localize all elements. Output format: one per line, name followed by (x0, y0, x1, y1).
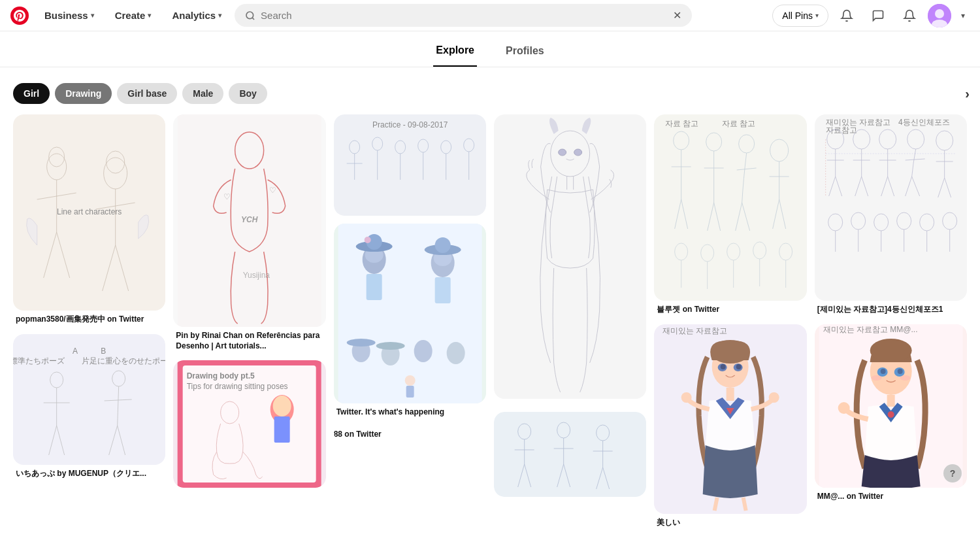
svg-line-9 (57, 232, 70, 278)
svg-line-160 (911, 177, 919, 196)
chip-male[interactable]: Male (182, 83, 223, 104)
create-chevron-icon: ▾ (148, 12, 151, 19)
svg-line-150 (855, 177, 861, 196)
pin-image-5: Practice - 09-08-2017 (334, 114, 486, 216)
svg-point-182 (870, 339, 911, 362)
pinterest-logo[interactable] (10, 7, 29, 25)
svg-point-185 (880, 369, 885, 374)
svg-rect-189 (887, 395, 894, 407)
chip-drawing[interactable]: Drawing (55, 83, 112, 104)
updates-button[interactable] (896, 3, 923, 29)
svg-point-120 (701, 245, 714, 262)
pin-image-6 (334, 224, 486, 403)
svg-line-92 (564, 464, 570, 487)
pin-card-12[interactable]: 재미있는 자료참고 MM@... ? MM@... on Twitter (815, 324, 967, 503)
tab-profiles[interactable]: Profiles (503, 39, 547, 67)
svg-point-88 (557, 422, 570, 438)
svg-line-29 (118, 426, 125, 455)
svg-line-14 (103, 245, 116, 291)
chip-girl[interactable]: Girl (13, 83, 50, 104)
pin-image-10: 재미있는 자료참고 (654, 324, 806, 514)
svg-point-133 (736, 364, 742, 369)
pin-card-10[interactable]: 재미있는 자료참고 美しい (654, 324, 806, 530)
svg-point-126 (779, 243, 792, 260)
analytics-label: Analytics (172, 10, 216, 21)
notifications-button[interactable] (834, 3, 860, 29)
svg-point-68 (434, 237, 450, 253)
chip-boy[interactable]: Boy (229, 83, 267, 104)
svg-line-97 (603, 467, 610, 489)
pin-card-7[interactable] (494, 114, 646, 404)
chip-girl-base[interactable]: Girl base (117, 83, 177, 104)
avatar[interactable] (928, 4, 951, 27)
svg-point-118 (675, 243, 688, 260)
svg-line-155 (881, 177, 887, 196)
bell-outline-icon (903, 9, 916, 22)
pin-card-9[interactable]: 자료 참고 자료 참고 (654, 114, 806, 316)
filter-bar: Girl Drawing Girl base Male Boy › (0, 78, 980, 109)
svg-point-157 (907, 129, 924, 149)
business-menu-button[interactable]: Business ▾ (37, 5, 102, 26)
search-clear-button[interactable]: ✕ (673, 9, 681, 22)
svg-line-26 (118, 386, 119, 426)
svg-point-64 (364, 237, 370, 243)
svg-text:Line art characters: Line art characters (57, 207, 122, 216)
svg-line-151 (861, 177, 868, 196)
all-pins-button[interactable]: All Pins ▾ (772, 5, 828, 27)
svg-point-152 (879, 129, 896, 149)
pin-card-6[interactable]: Twitter. It's what's happening (334, 224, 486, 419)
svg-text:Practice - 09-08-2017: Practice - 09-08-2017 (372, 120, 448, 129)
svg-text:Tips for drawing sitting poses: Tips for drawing sitting poses (187, 382, 288, 391)
pin-image-12: 재미있는 자료참고 MM@... (815, 324, 967, 488)
pin-title-6: Twitter. It's what's happening (336, 407, 483, 418)
svg-line-28 (109, 426, 118, 455)
svg-line-24 (57, 426, 65, 455)
svg-point-25 (112, 371, 125, 386)
svg-point-109 (739, 135, 755, 153)
messages-button[interactable] (865, 3, 891, 29)
svg-point-99 (674, 131, 689, 150)
svg-point-122 (727, 243, 740, 260)
tab-explore[interactable]: Explore (433, 39, 477, 67)
create-menu-button[interactable]: Create ▾ (107, 5, 159, 26)
svg-point-74 (414, 340, 432, 362)
svg-point-82 (574, 149, 582, 156)
svg-point-168 (851, 212, 865, 229)
svg-text:♡: ♡ (223, 192, 231, 201)
pin-card-3[interactable]: YCH ♡ ♡ Yusijina Pin by Rinai Chan on Re… (173, 114, 325, 352)
pin-card-1[interactable]: Line art characters (13, 114, 165, 326)
svg-text:Yusijina: Yusijina (243, 271, 270, 280)
svg-text:標準たちポーズ: 標準たちポーズ (13, 356, 65, 365)
svg-line-103 (681, 199, 688, 229)
account-chevron-icon[interactable]: ▾ (956, 3, 970, 29)
pin-title-3: Pin by Rinai Chan on Referências para De… (176, 331, 323, 351)
pin-card-4[interactable]: Drawing body pt.5 Tips for drawing sitti… (173, 360, 325, 488)
search-input[interactable] (261, 10, 668, 21)
svg-text:YCH: YCH (241, 215, 258, 224)
svg-text:Drawing body pt.5: Drawing body pt.5 (187, 371, 255, 381)
pin-card-11[interactable]: 재미있는 자료참고 4등신인체포즈 자료참고 (815, 114, 967, 316)
svg-line-112 (742, 203, 750, 231)
svg-line-164 (938, 178, 944, 197)
svg-line-91 (557, 464, 564, 487)
svg-point-135 (681, 392, 692, 403)
svg-line-156 (887, 177, 894, 196)
pin-card-5[interactable]: Practice - 09-08-2017 (334, 114, 486, 216)
svg-line-158 (905, 159, 924, 160)
svg-point-78 (551, 131, 590, 177)
pin-card-8[interactable] (494, 412, 646, 497)
create-label: Create (115, 10, 146, 21)
svg-point-188 (900, 375, 910, 381)
pin-card-2[interactable]: A B 標準たちポーズ 片足に重心をのせたポーズ いちあっぷ by MUGENU… (13, 334, 165, 481)
filter-arrow-button[interactable]: › (965, 86, 970, 101)
svg-text:재미있는 자료참고: 재미있는 자료참고 (662, 326, 727, 335)
svg-point-186 (897, 369, 902, 374)
pin-image-3: YCH ♡ ♡ Yusijina (173, 114, 325, 327)
analytics-menu-button[interactable]: Analytics ▾ (164, 5, 229, 26)
svg-point-20 (50, 372, 63, 388)
header-right: All Pins ▾ ▾ (772, 3, 970, 29)
pin-image-1: Line art characters (13, 114, 165, 311)
pin-card-13-twitter[interactable]: 88 on Twitter (334, 427, 486, 440)
svg-rect-43 (274, 416, 290, 443)
svg-point-45 (349, 141, 359, 154)
